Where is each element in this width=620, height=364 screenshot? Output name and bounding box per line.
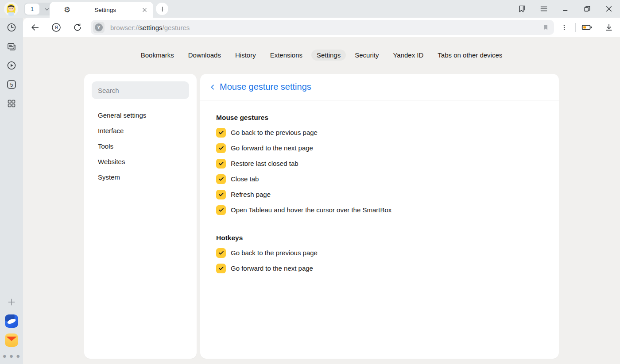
url-path: /gestures (163, 24, 190, 31)
checkbox-checked-icon[interactable] (216, 143, 226, 153)
feed-icon[interactable] (5, 40, 18, 53)
hotkey-option-label: Go back to the previous page (231, 249, 318, 257)
nav-tab-settings[interactable]: Settings (311, 50, 346, 61)
sidebar-item-interface[interactable]: Interface (92, 123, 189, 138)
settings-sidebar: General settings Interface Tools Website… (84, 74, 197, 359)
section-title: Hotkeys (216, 234, 543, 242)
tab-strip: 1 ⚙ Settings (0, 0, 620, 18)
refresh-icon[interactable] (72, 22, 83, 33)
profile-avatar[interactable] (4, 2, 18, 16)
plus-icon (159, 6, 166, 12)
media-icon[interactable] (5, 59, 18, 72)
url-host: settings (140, 24, 163, 31)
browser-logo-icon: Y (95, 23, 103, 31)
new-tab-button[interactable] (156, 3, 168, 15)
gesture-option-row[interactable]: Go forward to the next page (216, 140, 543, 156)
nav-tab-bookmarks[interactable]: Bookmarks (136, 50, 179, 61)
section-title: Mouse gestures (216, 114, 543, 122)
checkbox-checked-icon[interactable] (216, 190, 226, 199)
side-rail: 5 ● ● ● (0, 18, 23, 364)
sidebar-item-tools[interactable]: Tools (92, 138, 189, 154)
hotkey-option-label: Go forward to the next page (231, 264, 313, 272)
tab-counter-value: 5 (10, 82, 13, 88)
gesture-option-row[interactable]: Restore last closed tab (216, 156, 543, 171)
minimize-icon[interactable] (561, 4, 570, 14)
gesture-option-label: Restore last closed tab (231, 160, 298, 167)
battery-icon[interactable] (581, 22, 593, 33)
bookmarks-panel-icon[interactable] (517, 4, 527, 14)
back-chevron-icon[interactable] (209, 83, 217, 91)
sidebar-item-websites[interactable]: Websites (92, 154, 189, 169)
browser-toolbar: Я Y browser://settings/gestures (23, 18, 620, 37)
gesture-option-row[interactable]: Close tab (216, 171, 543, 187)
downloads-icon[interactable] (603, 22, 615, 33)
checkbox-checked-icon[interactable] (216, 248, 226, 258)
more-options-icon[interactable] (558, 22, 570, 33)
gesture-option-row[interactable]: Go back to the previous page (216, 125, 543, 140)
menu-icon[interactable] (539, 4, 549, 14)
gesture-option-row[interactable]: Refresh page (216, 187, 543, 202)
mail-app-icon[interactable] (5, 333, 18, 347)
add-panel-icon[interactable] (5, 296, 18, 308)
tab-group-count[interactable]: 1 (25, 4, 39, 15)
page-title[interactable]: Mouse gesture settings (220, 82, 311, 92)
sidebar-item-general-settings[interactable]: General settings (92, 107, 189, 123)
gesture-option-label: Refresh page (231, 191, 271, 198)
divider (575, 23, 576, 32)
tab-title: Settings (70, 7, 140, 13)
url-text[interactable]: browser://settings/gestures (110, 24, 541, 31)
avatar-illustration (4, 2, 18, 16)
sidebar-list: General settings Interface Tools Website… (92, 107, 189, 185)
settings-page: Bookmarks Downloads History Extensions S… (23, 37, 620, 364)
maximize-icon[interactable] (582, 4, 592, 14)
history-icon[interactable] (5, 21, 18, 34)
nav-tab-yandex-id[interactable]: Yandex ID (388, 50, 429, 61)
tab-close-icon[interactable] (140, 5, 149, 14)
rail-more-icon[interactable]: ● ● ● (3, 352, 21, 360)
close-window-icon[interactable] (604, 4, 614, 14)
settings-nav: Bookmarks Downloads History Extensions S… (23, 50, 620, 61)
checkbox-checked-icon[interactable] (216, 264, 226, 273)
yandex-home-icon[interactable]: Я (50, 22, 62, 33)
nav-tab-history[interactable]: History (230, 50, 261, 61)
gesture-option-label: Open Tableau and hover the cursor over t… (231, 206, 391, 214)
back-icon[interactable] (29, 22, 41, 33)
hotkey-option-row[interactable]: Go forward to the next page (216, 261, 543, 276)
gesture-settings-panel: Mouse gesture settings Mouse gestures Go… (200, 74, 559, 359)
bookmark-icon[interactable] (541, 23, 550, 32)
hotkey-option-row[interactable]: Go back to the previous page (216, 245, 543, 261)
search-input[interactable] (92, 81, 189, 99)
gear-icon: ⚙ (64, 6, 70, 14)
url-scheme: browser:// (110, 24, 140, 31)
tab-settings[interactable]: ⚙ Settings (50, 2, 153, 18)
mail-app-art (5, 333, 18, 347)
section-hotkeys: Hotkeys Go back to the previous page Go … (216, 234, 543, 276)
panel-body: Mouse gestures Go back to the previous p… (200, 100, 559, 286)
nav-tab-other-devices[interactable]: Tabs on other devices (432, 50, 508, 61)
browser-app-icon[interactable] (5, 314, 18, 328)
nav-tab-extensions[interactable]: Extensions (265, 50, 308, 61)
nav-tab-downloads[interactable]: Downloads (183, 50, 226, 61)
sidebar-item-system[interactable]: System (92, 169, 189, 185)
toolbar-right (558, 22, 615, 33)
gesture-option-label: Go forward to the next page (231, 144, 313, 152)
checkbox-checked-icon[interactable] (216, 174, 226, 184)
window-controls (517, 0, 614, 18)
gesture-option-label: Close tab (231, 175, 259, 183)
checkbox-checked-icon[interactable] (216, 159, 226, 169)
checkbox-checked-icon[interactable] (216, 128, 226, 138)
checkbox-checked-icon[interactable] (216, 205, 226, 215)
gesture-option-label: Go back to the previous page (231, 129, 318, 136)
svg-text:Я: Я (54, 25, 58, 31)
site-badge[interactable]: Y (93, 22, 105, 33)
gesture-option-row[interactable]: Open Tableau and hover the cursor over t… (216, 202, 543, 218)
panel-header: Mouse gesture settings (200, 74, 559, 100)
section-mouse-gestures: Mouse gestures Go back to the previous p… (216, 114, 543, 218)
services-grid-icon[interactable] (5, 97, 18, 110)
nav-tab-security[interactable]: Security (349, 50, 384, 61)
tab-counter-icon[interactable]: 5 (5, 78, 18, 91)
address-bar[interactable]: Y browser://settings/gestures (91, 20, 554, 35)
